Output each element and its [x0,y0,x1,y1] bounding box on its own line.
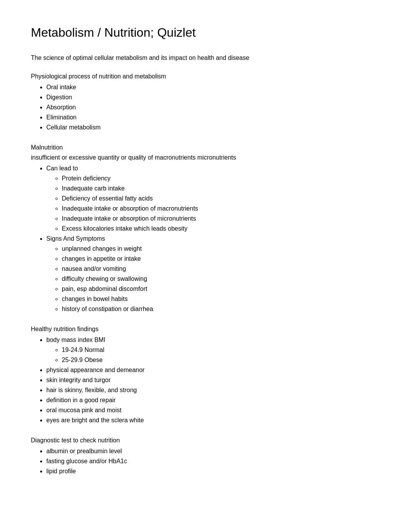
list-item: changes in bowel habits [62,294,379,304]
list-item: Signs And Symptomsunplanned changes in w… [46,234,379,314]
sub-list: unplanned changes in weightchanges in ap… [46,244,379,314]
section4-list: albumin or prealbumin levelfasting gluco… [31,447,379,476]
list-item: eyes are bright and the sclera white [46,416,379,425]
list-item: difficulty chewing or swallowing [62,274,379,284]
list-item: 25-29.9 Obese [62,355,379,365]
list-item: Cellular metabolism [46,123,379,132]
list-item: Digestion [46,93,379,102]
section1-list: Oral intakeDigestionAbsorptionEliminatio… [31,83,379,132]
section2-desc: insufficient or excessive quantity or qu… [31,153,379,162]
list-item: changes in appetite or intake [62,254,379,263]
section-diagnostic: Diagnostic test to check nutrition album… [31,436,379,476]
list-item: Excess kilocalories intake which leads o… [62,224,379,233]
list-item: Inadequate intake or absorption of macro… [62,204,379,213]
list-item: physical appearance and demeanor [46,365,379,375]
list-item: oral mucosa pink and moist [46,406,379,415]
list-item: definition in a good repair [46,396,379,405]
page-title: Metabolism / Nutrition; Quizlet [31,23,379,42]
list-item: unplanned changes in weight [62,244,379,253]
list-item: Deficiency of essential fatty acids [62,194,379,203]
list-item: fasting glucose and/or HbA1c [46,457,379,466]
list-item: Inadequate carb intake [62,184,379,193]
section2-list: Can lead toProtein deficiencyInadequate … [31,164,379,314]
list-item: Elimination [46,113,379,122]
list-item: Protein deficiency [62,174,379,183]
section-healthy: Healthy nutrition findings body mass ind… [31,325,379,425]
list-item: hair is skinny, flexible, and strong [46,386,379,395]
section3-list: body mass index BMI19-24.9 Normal25-29.9… [31,335,379,425]
list-item: Oral intake [46,83,379,92]
list-item: pain, esp abdominal discomfort [62,284,379,294]
section3-header: Healthy nutrition findings [31,325,379,334]
list-item: Inadequate intake or absorption of micro… [62,214,379,223]
subtitle: The science of optimal cellular metaboli… [31,53,379,63]
list-item: history of constipation or diarrhea [62,304,379,314]
section4-header: Diagnostic test to check nutrition [31,436,379,445]
sub-list: Protein deficiencyInadequate carb intake… [46,174,379,233]
list-item: 19-24.9 Normal [62,345,379,355]
section-physiology: Physiological process of nutrition and m… [31,72,379,132]
section2-header: Malnutrition [31,143,379,152]
list-item: skin integrity and turgor [46,376,379,385]
list-item: body mass index BMI19-24.9 Normal25-29.9… [46,335,379,365]
list-item: Absorption [46,103,379,112]
section-malnutrition: Malnutrition insufficient or excessive q… [31,143,379,314]
list-item: lipid profile [46,467,379,476]
list-item: nausea and/or vomiting [62,264,379,274]
list-item: albumin or prealbumin level [46,447,379,456]
list-item: Can lead toProtein deficiencyInadequate … [46,164,379,233]
section1-header: Physiological process of nutrition and m… [31,72,379,81]
sub-list: 19-24.9 Normal25-29.9 Obese [46,345,379,365]
